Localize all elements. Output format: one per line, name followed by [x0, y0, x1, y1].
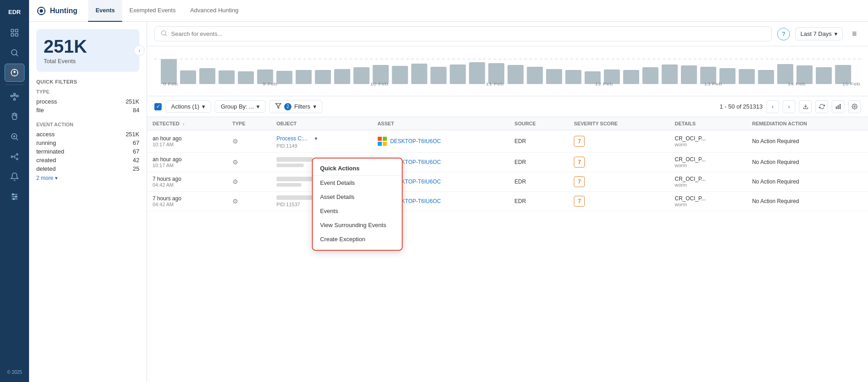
time-sub: 04:42 AM — [153, 182, 222, 188]
redacted-bar — [276, 157, 313, 162]
select-all-checkbox[interactable]: ✓ — [154, 103, 162, 110]
sidebar-item-nodes[interactable] — [5, 148, 25, 166]
col-detected[interactable]: DETECTED ↓ — [147, 117, 227, 130]
filter-row-created[interactable]: created 42 — [36, 156, 139, 164]
col-type[interactable]: TYPE — [227, 117, 271, 130]
tab-events[interactable]: Events — [88, 0, 122, 22]
sidebar-item-hand[interactable] — [5, 108, 25, 126]
svg-point-19 — [13, 198, 15, 199]
svg-rect-47 — [623, 70, 639, 84]
download-button[interactable] — [799, 100, 812, 113]
asset-link[interactable]: DESKTOP-T6IU6OC — [390, 138, 441, 144]
filter-row-deleted[interactable]: deleted 25 — [36, 164, 139, 173]
windows-icon — [377, 136, 387, 146]
svg-rect-32 — [334, 69, 350, 84]
actions-chevron-icon: ▾ — [202, 103, 205, 110]
time-range-picker[interactable]: Last 7 Days ▾ — [795, 27, 843, 40]
menu-button[interactable]: ≡ — [848, 28, 861, 40]
svg-point-17 — [12, 193, 14, 195]
process-chevron-button[interactable]: ▾ — [311, 134, 321, 143]
cell-asset: DESKTOP-T6IU6OC — [372, 130, 509, 153]
sidebar-item-dashboard[interactable] — [5, 24, 25, 42]
svg-text:12 Feb: 12 Feb — [595, 82, 613, 86]
help-button[interactable]: ? — [777, 28, 790, 40]
details-sub: worm — [675, 142, 741, 147]
sidebar-item-magnify[interactable] — [5, 128, 25, 146]
tab-exempted-events[interactable]: Exempted Events — [122, 0, 183, 22]
process-type-icon: ⚙ — [232, 178, 238, 185]
sidebar-item-search[interactable] — [5, 44, 25, 62]
dropdown-item-event-details[interactable]: Event Details — [313, 176, 402, 190]
details-name: CR_OCI_P... — [675, 156, 741, 163]
filter-row-access[interactable]: access 251K — [36, 130, 139, 139]
col-remediation[interactable]: REMEDIATION ACTION — [747, 117, 868, 130]
cell-details: CR_OCI_P... worm — [669, 192, 746, 211]
app-logo: EDR — [5, 4, 25, 20]
svg-text:14 Feb: 14 Feb — [788, 82, 806, 86]
cell-remediation: No Action Required — [747, 153, 868, 172]
filter-row-file[interactable]: file 84 — [36, 106, 139, 114]
refresh-button[interactable] — [815, 100, 828, 113]
search-input-wrap[interactable] — [154, 26, 772, 41]
svg-rect-23 — [161, 59, 177, 84]
filter-count-process: 251K — [126, 98, 139, 105]
more-filters-link[interactable]: 2 more ▾ — [36, 175, 139, 181]
svg-marker-68 — [276, 104, 281, 109]
prev-page-button[interactable]: ‹ — [766, 100, 779, 113]
sidebar-item-bell[interactable] — [5, 168, 25, 186]
filter-name-created: created — [36, 157, 56, 164]
svg-rect-57 — [816, 67, 832, 84]
col-source[interactable]: SOURCE — [509, 117, 568, 130]
svg-point-12 — [16, 154, 18, 155]
svg-point-13 — [16, 158, 18, 159]
details-sub: worm — [675, 163, 741, 168]
cell-type: ⚙ — [227, 130, 271, 153]
pagination-info: 1 - 50 of 251313 ‹ › — [720, 100, 795, 113]
total-events-number: 251K — [44, 36, 132, 57]
event-action-label: EVENT ACTION — [36, 122, 139, 127]
group-by-button[interactable]: Group By: ... ▾ — [215, 100, 266, 113]
search-input[interactable] — [171, 30, 766, 37]
sidebar-item-sliders[interactable] — [5, 188, 25, 206]
sidebar-item-hunting[interactable] — [5, 64, 25, 82]
cell-source: EDR — [509, 172, 568, 192]
filter-row-process[interactable]: process 251K — [36, 97, 139, 106]
filter-name-file: file — [36, 107, 44, 114]
col-severity[interactable]: SEVERITY SCORE — [568, 117, 669, 130]
next-page-button[interactable]: › — [783, 100, 795, 113]
chart-view-button[interactable] — [832, 100, 844, 113]
type-filter-label: TYPE — [36, 89, 139, 94]
col-asset[interactable]: ASSET — [372, 117, 509, 130]
svg-rect-58 — [835, 65, 851, 84]
svg-point-11 — [11, 156, 13, 157]
cell-type: ⚙ — [227, 153, 271, 172]
pid-text: PID:1149 — [276, 143, 366, 149]
actions-button[interactable]: Actions (1) ▾ — [165, 100, 211, 113]
time-sub: 10:17 AM — [153, 142, 222, 147]
filters-button[interactable]: 2 Filters ▾ — [269, 100, 322, 113]
details-sub: worm — [675, 202, 741, 207]
filter-row-running[interactable]: running 67 — [36, 139, 139, 147]
tab-advanced-hunting[interactable]: Advanced Hunting — [183, 0, 246, 22]
severity-score-badge: 7 — [574, 157, 585, 168]
svg-point-21 — [40, 10, 43, 12]
sidebar-item-network[interactable] — [5, 88, 25, 106]
svg-text:8 Feb: 8 Feb — [163, 82, 178, 86]
col-details[interactable]: DETAILS — [669, 117, 746, 130]
svg-rect-75 — [378, 142, 382, 146]
col-object[interactable]: OBJECT — [271, 117, 372, 130]
dropdown-item-events[interactable]: Events — [313, 204, 402, 218]
pagination-text: 1 - 50 of 251313 — [720, 103, 763, 110]
dropdown-item-view-surrounding[interactable]: View Surrounding Events — [313, 218, 402, 232]
filter-row-terminated[interactable]: terminated 67 — [36, 147, 139, 156]
svg-rect-71 — [836, 107, 837, 109]
svg-rect-39 — [469, 62, 485, 84]
dropdown-item-create-exception[interactable]: Create Exception — [313, 232, 402, 246]
cell-detected: an hour ago 10:17 AM — [147, 153, 227, 172]
svg-rect-37 — [430, 67, 446, 84]
dropdown-item-asset-details[interactable]: Asset Details — [313, 190, 402, 204]
settings-button[interactable] — [848, 100, 861, 113]
filter-count-file: 84 — [133, 107, 139, 114]
collapse-panel-button[interactable]: ‹ — [134, 45, 145, 56]
process-name[interactable]: Process C:... — [276, 135, 308, 142]
